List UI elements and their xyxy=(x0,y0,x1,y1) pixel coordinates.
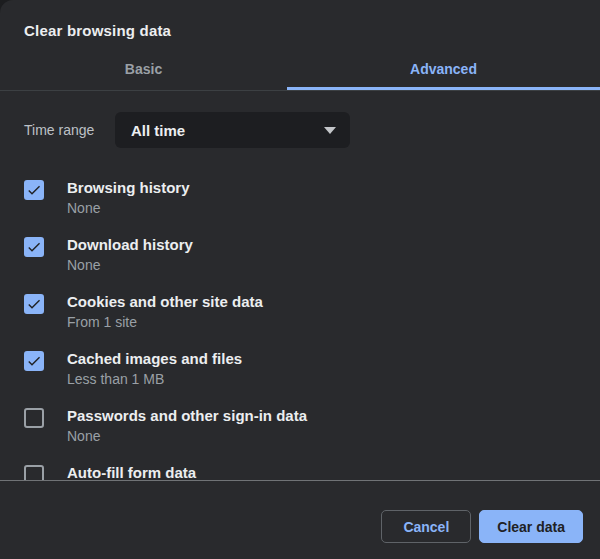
autofill-checkbox[interactable] xyxy=(24,465,44,480)
time-range-select[interactable]: All time xyxy=(115,112,350,148)
list-item-label: Browsing history xyxy=(67,178,190,198)
download-history-checkbox[interactable] xyxy=(24,237,44,257)
tab-advanced[interactable]: Advanced xyxy=(287,51,600,90)
list-item-label: Passwords and other sign-in data xyxy=(67,406,307,426)
browsing-history-checkbox[interactable] xyxy=(24,180,44,200)
list-item-browsing-history[interactable]: Browsing history None xyxy=(0,178,600,219)
time-range-selected-value: All time xyxy=(131,122,185,139)
dialog-header: Clear browsing data Basic Advanced xyxy=(0,0,600,96)
tab-bar: Basic Advanced xyxy=(0,51,600,91)
list-item-detail: None xyxy=(67,426,307,447)
time-range-row: Time range All time xyxy=(24,112,600,148)
list-item-label: Cookies and other site data xyxy=(67,292,263,312)
cookies-checkbox[interactable] xyxy=(24,294,44,314)
checkmark-icon xyxy=(26,239,42,255)
passwords-checkbox[interactable] xyxy=(24,408,44,428)
time-range-label: Time range xyxy=(24,122,115,138)
cancel-button[interactable]: Cancel xyxy=(381,510,471,543)
list-item-passwords[interactable]: Passwords and other sign-in data None xyxy=(0,406,600,447)
page-title: Clear browsing data xyxy=(0,0,600,39)
list-item-detail: None xyxy=(67,198,190,219)
tab-basic[interactable]: Basic xyxy=(0,51,287,90)
cached-images-checkbox[interactable] xyxy=(24,351,44,371)
list-item-detail: From 1 site xyxy=(67,312,263,333)
list-item-autofill[interactable]: Auto-fill form data xyxy=(0,463,600,480)
list-item-detail: Less than 1 MB xyxy=(67,369,242,390)
checkmark-icon xyxy=(26,296,42,312)
dialog-content: Time range All time Browsing history Non… xyxy=(0,96,600,480)
chevron-down-icon xyxy=(324,127,336,134)
clear-browsing-data-dialog: Clear browsing data Basic Advanced Time … xyxy=(0,0,600,559)
list-item-label: Auto-fill form data xyxy=(67,463,196,480)
list-item-cached-images[interactable]: Cached images and files Less than 1 MB xyxy=(0,349,600,390)
data-type-list: Browsing history None Download history N… xyxy=(0,178,600,480)
list-item-detail: None xyxy=(67,255,193,276)
list-item-cookies[interactable]: Cookies and other site data From 1 site xyxy=(0,292,600,333)
checkmark-icon xyxy=(26,353,42,369)
list-item-label: Download history xyxy=(67,235,193,255)
checkmark-icon xyxy=(26,182,42,198)
dialog-footer: Cancel Clear data xyxy=(0,480,600,559)
list-item-download-history[interactable]: Download history None xyxy=(0,235,600,276)
list-item-label: Cached images and files xyxy=(67,349,242,369)
clear-data-button[interactable]: Clear data xyxy=(479,510,583,543)
